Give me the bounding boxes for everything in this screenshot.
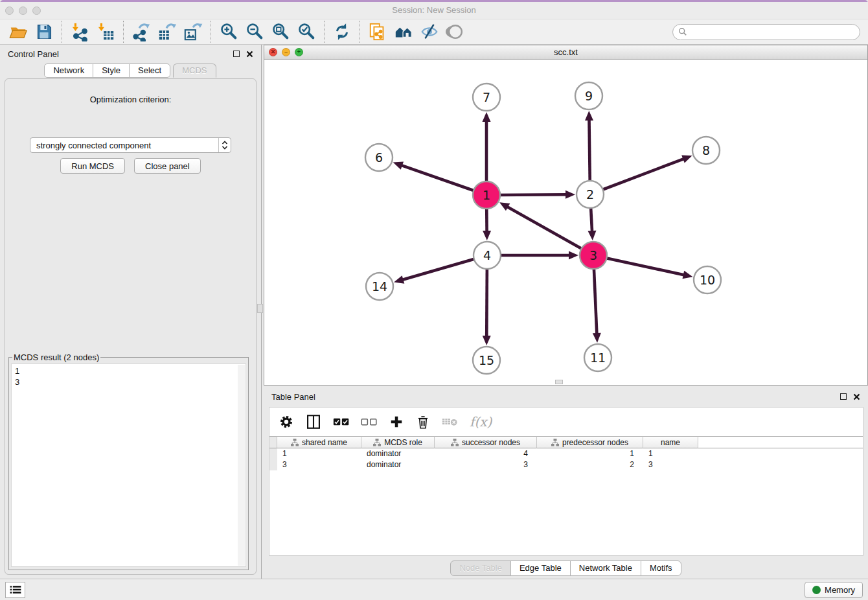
import-table-icon[interactable]	[93, 21, 119, 43]
edge-4-14[interactable]	[394, 255, 487, 284]
svg-text:11: 11	[590, 351, 606, 365]
toolbar-separator	[360, 21, 360, 43]
refresh-icon[interactable]	[329, 21, 355, 43]
node-4[interactable]: 4	[474, 242, 501, 269]
search-input[interactable]	[691, 27, 854, 37]
node-9[interactable]: 9	[575, 82, 602, 110]
tab-network-table[interactable]: Network Table	[570, 560, 641, 576]
svg-text:8: 8	[702, 143, 710, 157]
tab-motifs[interactable]: Motifs	[641, 560, 681, 576]
tab-select[interactable]: Select	[129, 63, 170, 78]
tab-mcds[interactable]: MCDS	[173, 63, 216, 78]
close-panel-button[interactable]: Close panel	[134, 158, 201, 174]
node-7[interactable]: 7	[473, 84, 500, 111]
zoom-in-icon[interactable]	[216, 21, 242, 43]
edge-3-10[interactable]	[593, 255, 693, 279]
node-11[interactable]: 11	[584, 344, 611, 371]
float-panel-icon[interactable]	[233, 51, 240, 57]
search-icon	[678, 27, 687, 36]
table-row[interactable]: 3dominator323	[269, 459, 863, 470]
mcds-result-text[interactable]: 13	[11, 363, 246, 567]
houses-icon[interactable]	[391, 21, 417, 43]
export-table-icon[interactable]	[154, 21, 180, 43]
function-builder-icon[interactable]: f(x)	[470, 414, 492, 430]
node-10[interactable]: 10	[694, 266, 721, 294]
export-image-icon[interactable]	[180, 21, 206, 43]
table-cell: 1	[537, 448, 643, 459]
select-all-icon[interactable]	[333, 417, 350, 427]
criterion-select[interactable]: strongly connected component	[30, 137, 231, 153]
svg-text:4: 4	[483, 248, 491, 262]
result-scrollbar[interactable]	[238, 365, 245, 566]
table-cell: 3	[435, 459, 537, 470]
node-table: shared nameMCDS rolesuccessor nodesprede…	[269, 436, 863, 470]
open-folder-icon[interactable]	[5, 21, 31, 43]
network-canvas[interactable]: 7968124314101511	[264, 60, 867, 385]
mcds-result-line: 3	[15, 376, 236, 387]
table-cell: 2	[537, 459, 643, 470]
memory-button[interactable]: Memory	[805, 582, 863, 598]
column-header-mcds-role[interactable]: MCDS role	[361, 436, 435, 448]
horizontal-splitter-handle[interactable]	[555, 380, 563, 384]
run-mcds-button[interactable]: Run MCDS	[60, 158, 125, 174]
node-8[interactable]: 8	[692, 137, 720, 164]
edge-3-1[interactable]	[499, 202, 593, 255]
node-14[interactable]: 14	[366, 273, 393, 300]
tab-style[interactable]: Style	[93, 63, 130, 78]
svg-text:3: 3	[589, 248, 597, 262]
delete-column-icon[interactable]	[442, 416, 459, 428]
deselect-all-icon[interactable]	[361, 417, 378, 427]
add-icon[interactable]	[389, 414, 404, 430]
table-toolbar: f(x)	[269, 408, 863, 436]
table-cell: 3	[643, 459, 698, 470]
eye-icon[interactable]	[442, 21, 468, 43]
mcds-result-box: MCDS result (2 nodes) 13	[8, 352, 249, 570]
gear-icon[interactable]	[279, 414, 294, 430]
task-history-button[interactable]	[5, 582, 25, 598]
eye-slash-icon[interactable]	[417, 21, 442, 43]
trash-icon[interactable]	[415, 413, 431, 430]
table-row[interactable]: 1dominator411	[269, 448, 863, 459]
row-gutter	[269, 448, 277, 459]
window-titlebar: Session: New Session	[0, 2, 868, 19]
node-6[interactable]: 6	[365, 144, 393, 171]
split-panel-icon[interactable]	[305, 413, 322, 430]
table-cell: dominator	[361, 459, 435, 470]
list-icon	[9, 584, 22, 595]
memory-button-label: Memory	[825, 585, 855, 595]
node-1[interactable]: 1	[473, 181, 500, 209]
tab-edge-table[interactable]: Edge Table	[510, 560, 571, 576]
network-window-titlebar[interactable]: ✕ – + scc.txt	[264, 45, 867, 60]
table-cell: 1	[277, 448, 361, 459]
zoom-fit-icon[interactable]	[268, 21, 293, 43]
export-network-icon[interactable]	[128, 21, 154, 43]
node-2[interactable]: 2	[577, 181, 604, 208]
column-header-predecessor-nodes[interactable]: predecessor nodes	[537, 436, 643, 448]
tab-node-table[interactable]: Node Table	[450, 560, 511, 576]
table-cell: 3	[277, 459, 361, 470]
control-panel-tabs: NetworkStyleSelectMCDS	[0, 63, 261, 78]
save-disk-icon[interactable]	[31, 21, 57, 43]
main-toolbar	[0, 19, 868, 45]
tab-network[interactable]: Network	[44, 63, 93, 78]
toolbar-separator	[211, 21, 211, 43]
edge-1-6[interactable]	[393, 161, 486, 195]
edge-2-8[interactable]	[590, 155, 692, 194]
svg-text:15: 15	[479, 353, 494, 367]
svg-text:14: 14	[372, 279, 387, 294]
zoom-selected-icon[interactable]	[293, 21, 319, 43]
column-header-successor-nodes[interactable]: successor nodes	[435, 436, 537, 448]
memory-status-icon	[812, 586, 821, 594]
copy-network-icon[interactable]	[365, 21, 391, 43]
table-cell: 4	[435, 448, 537, 459]
node-3[interactable]: 3	[580, 242, 607, 269]
vertical-splitter-handle[interactable]	[257, 304, 263, 313]
close-panel-icon[interactable]	[246, 51, 253, 58]
close-table-panel-icon[interactable]	[853, 393, 860, 400]
column-header-name[interactable]: name	[643, 436, 698, 448]
column-header-shared-name[interactable]: shared name	[277, 436, 361, 448]
import-network-icon[interactable]	[67, 21, 93, 43]
node-15[interactable]: 15	[473, 347, 500, 374]
zoom-out-icon[interactable]	[242, 21, 268, 43]
float-table-panel-icon[interactable]	[840, 393, 847, 400]
